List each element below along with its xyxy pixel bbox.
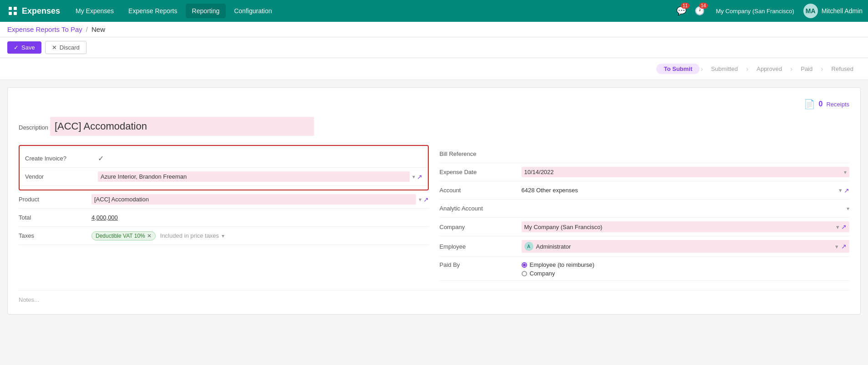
product-select-wrapper: ▾ ↗	[91, 194, 429, 205]
notes-area: Notes...	[19, 290, 849, 303]
vendor-input[interactable]	[98, 171, 410, 182]
form-left: Create Invoice? ✓ Vendor ▾ ↗	[19, 145, 429, 281]
description-section: Description	[19, 117, 849, 136]
status-to-submit[interactable]: To Submit	[656, 64, 700, 74]
bill-reference-row: Bill Reference	[440, 145, 850, 163]
save-button[interactable]: ✓ Save	[7, 41, 41, 54]
breadcrumb-separator: /	[86, 25, 88, 33]
status-paid[interactable]: Paid	[793, 64, 820, 74]
taxes-row: Taxes Deductible VAT 10% ✕ Included in p…	[19, 227, 429, 245]
breadcrumb-current: New	[91, 25, 105, 33]
nav-configuration[interactable]: Configuration	[228, 4, 278, 18]
product-input[interactable]	[91, 194, 416, 205]
account-external-link-icon[interactable]: ↗	[844, 187, 849, 194]
paid-by-company-option[interactable]: Company	[522, 270, 594, 277]
invoice-vendor-section: Create Invoice? ✓ Vendor ▾ ↗	[19, 145, 429, 190]
expense-date-dropdown-arrow: ▾	[844, 169, 847, 175]
status-refused[interactable]: Refused	[824, 64, 861, 74]
save-label: Save	[21, 44, 35, 51]
nav-my-expenses[interactable]: My Expenses	[69, 4, 120, 18]
status-bar: To Submit › Submitted › Approved › Paid …	[0, 58, 868, 80]
status-approved[interactable]: Approved	[749, 64, 789, 74]
create-invoice-row: Create Invoice? ✓	[20, 150, 428, 168]
form-grid: Create Invoice? ✓ Vendor ▾ ↗	[19, 145, 849, 281]
svg-rect-3	[14, 12, 17, 15]
form-card: 📄 0 Receipts Description Create Invoice?…	[7, 87, 861, 315]
product-external-link-icon[interactable]: ↗	[423, 196, 429, 203]
svg-rect-1	[14, 7, 17, 10]
user-menu[interactable]: MA Mitchell Admin	[803, 4, 863, 18]
company-text: My Company (San Francisco)	[524, 224, 835, 230]
activities-icon[interactable]: 🕐 14	[692, 4, 707, 18]
notes-placeholder[interactable]: Notes...	[19, 296, 39, 303]
total-label: Total	[19, 214, 91, 221]
receipts-count: 0	[819, 100, 823, 108]
account-row: Account 6428 Other expenses ▾ ↗	[440, 181, 850, 200]
company-value: My Company (San Francisco) ▾ ↗	[522, 221, 850, 232]
vendor-external-link-icon[interactable]: ↗	[417, 173, 422, 180]
taxes-label: Taxes	[19, 232, 91, 239]
employee-text: Administrator	[536, 243, 833, 250]
action-bar: ✓ Save ✕ Discard	[0, 37, 868, 58]
analytic-account-label: Analytic Account	[440, 205, 522, 212]
tax-tag[interactable]: Deductible VAT 10% ✕	[91, 231, 156, 240]
vendor-label: Vendor	[25, 173, 98, 180]
employee-avatar: A	[524, 242, 533, 251]
create-invoice-value[interactable]: ✓	[98, 154, 422, 163]
taxes-dropdown-arrow: ▾	[222, 233, 224, 239]
bill-reference-label: Bill Reference	[440, 150, 522, 157]
analytic-account-value: ▾	[522, 205, 850, 212]
employee-external-link-icon[interactable]: ↗	[841, 243, 847, 250]
receipts-button[interactable]: 📄 0 Receipts	[804, 99, 849, 110]
product-dropdown-arrow: ▾	[419, 196, 421, 203]
bill-reference-value	[522, 150, 850, 157]
paid-by-employee-label: Employee (to reimburse)	[530, 261, 594, 268]
receipts-doc-icon: 📄	[804, 99, 815, 110]
svg-rect-0	[9, 7, 12, 10]
paid-by-row: Paid By Employee (to reimburse) Company	[440, 257, 850, 281]
product-row: Product ▾ ↗	[19, 190, 429, 209]
save-check-icon: ✓	[14, 44, 19, 51]
notifications-icon[interactable]: 💬 11	[674, 4, 689, 18]
expense-date-value: ▾	[522, 167, 850, 177]
company-name: My Company (San Francisco)	[716, 8, 794, 15]
tax-tag-label: Deductible VAT 10%	[96, 233, 145, 239]
discard-button[interactable]: ✕ Discard	[45, 41, 86, 54]
app-title: Expenses	[22, 6, 60, 16]
status-submitted[interactable]: Submitted	[704, 64, 745, 74]
bill-reference-input[interactable]	[522, 150, 850, 157]
company-external-link-icon[interactable]: ↗	[841, 223, 847, 230]
company-label: Company	[440, 224, 522, 230]
account-label: Account	[440, 187, 522, 194]
discard-label: Discard	[60, 44, 80, 51]
paid-by-employee-radio[interactable]	[522, 262, 527, 268]
app-grid-icon[interactable]	[5, 4, 20, 18]
total-value-wrapper: 4,000,000	[91, 214, 429, 221]
account-value: 6428 Other expenses ▾ ↗	[522, 187, 850, 194]
vendor-row: Vendor ▾ ↗	[20, 168, 428, 186]
paid-by-employee-option[interactable]: Employee (to reimburse)	[522, 261, 594, 268]
analytic-account-row: Analytic Account ▾	[440, 200, 850, 218]
description-label: Description	[19, 124, 48, 131]
expense-date-input[interactable]	[524, 169, 842, 175]
description-input[interactable]	[50, 117, 314, 136]
tax-remove-icon[interactable]: ✕	[147, 233, 152, 239]
nav-expense-reports[interactable]: Expense Reports	[122, 4, 183, 18]
vendor-select-wrapper: ▾ ↗	[98, 171, 422, 182]
activities-badge: 14	[699, 3, 708, 9]
create-invoice-checkbox[interactable]: ✓	[98, 155, 104, 162]
breadcrumb-parent[interactable]: Expense Reports To Pay	[7, 25, 82, 33]
top-navigation: Expenses My Expenses Expense Reports Rep…	[0, 0, 868, 22]
nav-icons-group: 💬 11 🕐 14 My Company (San Francisco) MA …	[674, 4, 863, 18]
paid-by-options: Employee (to reimburse) Company	[522, 261, 594, 277]
paid-by-company-radio[interactable]	[522, 271, 527, 276]
discard-x-icon: ✕	[52, 44, 57, 51]
user-name: Mitchell Admin	[822, 7, 863, 15]
receipts-area: 📄 0 Receipts	[19, 99, 849, 110]
analytic-account-input[interactable]	[522, 205, 844, 212]
nav-reporting[interactable]: Reporting	[186, 4, 226, 18]
user-avatar: MA	[803, 4, 818, 18]
total-row: Total 4,000,000	[19, 209, 429, 227]
svg-rect-2	[9, 12, 12, 15]
breadcrumb: Expense Reports To Pay / New	[0, 22, 868, 37]
